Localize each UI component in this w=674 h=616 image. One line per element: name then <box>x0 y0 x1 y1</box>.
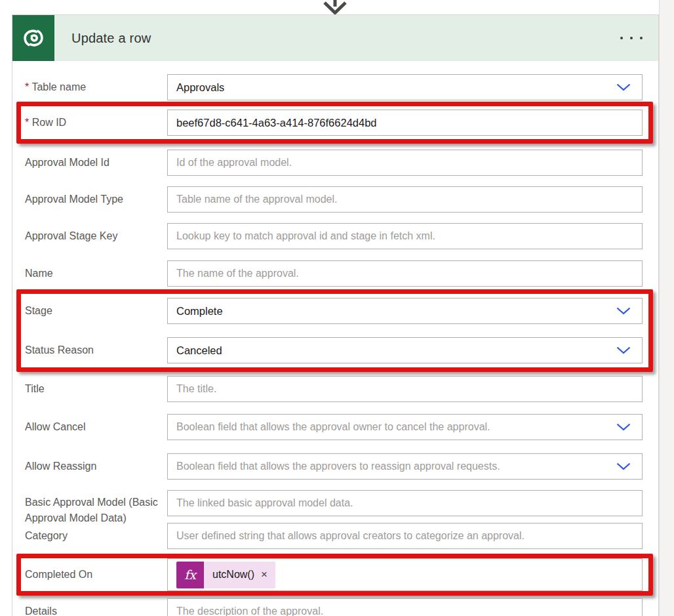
field-value: beef67d8-c641-4a63-a414-876f6624d4bd <box>176 117 377 129</box>
field-input-allow-reassign[interactable]: Boolean field that allows the approvers … <box>167 453 643 480</box>
field-input-category[interactable]: User defined string that allows approval… <box>167 523 643 549</box>
field-label-title: Title <box>25 381 167 397</box>
required-marker: * <box>25 117 32 128</box>
chevron-down-icon[interactable] <box>616 462 631 470</box>
field-label-status-reason: Status Reason <box>25 342 167 358</box>
field-row-details: DetailsThe description of the approval. <box>12 598 658 616</box>
annotation-highlight-box3: Completed OnfxutcNow()× <box>16 554 653 596</box>
field-input-details[interactable]: The description of the approval. <box>167 598 643 616</box>
field-input-title[interactable]: The title. <box>167 376 643 402</box>
field-row-approval-model-id: Approval Model IdId of the approval mode… <box>12 150 658 176</box>
expression-text: utcNow() <box>212 569 254 581</box>
field-input-basic-approval-model-basic-approval-model-data[interactable]: The linked basic approval model data. <box>167 490 643 516</box>
field-placeholder: The linked basic approval model data. <box>176 497 353 509</box>
field-placeholder: Boolean field that allows the approvers … <box>176 461 500 472</box>
chevron-down-icon[interactable] <box>616 83 631 91</box>
field-label-approval-model-id: Approval Model Id <box>25 155 167 171</box>
field-input-approval-model-type[interactable]: Table name of the approval model. <box>167 186 643 213</box>
field-label-stage: Stage <box>25 303 167 319</box>
field-label-completed-on: Completed On <box>25 567 167 583</box>
field-input-stage[interactable]: Complete <box>167 298 643 324</box>
field-placeholder: Id of the approval model. <box>176 157 292 169</box>
action-card-header[interactable]: Update a row <box>12 15 658 61</box>
field-label-details: Details <box>25 604 167 616</box>
field-row-stage: StageComplete <box>21 298 648 324</box>
field-placeholder: The title. <box>176 383 216 395</box>
action-form: * Table nameApprovals* Row IDbeef67d8-c6… <box>12 61 658 616</box>
field-input-table-name[interactable]: Approvals <box>167 74 643 100</box>
field-row-name: NameThe name of the approval. <box>12 260 658 287</box>
fx-icon: fx <box>176 562 204 588</box>
field-input-status-reason[interactable]: Canceled <box>167 337 643 363</box>
field-value: Approvals <box>176 81 224 94</box>
field-input-completed-on[interactable]: fxutcNow()× <box>167 558 643 591</box>
field-row-row-id: * Row IDbeef67d8-c641-4a63-a414-876f6624… <box>21 110 648 136</box>
field-value: Canceled <box>176 344 222 357</box>
field-label-table-name: * Table name <box>25 79 167 95</box>
more-options-icon[interactable] <box>619 33 644 43</box>
field-input-approval-stage-key[interactable]: Lookup key to match approval id and stag… <box>167 223 643 249</box>
field-placeholder: User defined string that allows approval… <box>176 530 525 542</box>
field-value: Complete <box>176 305 223 318</box>
field-label-allow-cancel: Allow Cancel <box>25 419 167 435</box>
field-placeholder: Lookup key to match approval id and stag… <box>176 230 435 242</box>
field-placeholder: Boolean field that allows the approval o… <box>176 421 490 433</box>
chevron-down-icon[interactable] <box>616 307 631 315</box>
dataverse-icon <box>12 15 54 61</box>
field-row-title: TitleThe title. <box>12 376 658 402</box>
field-label-allow-reassign: Allow Reassign <box>25 459 167 474</box>
field-row-allow-cancel: Allow CancelBoolean field that allows th… <box>12 414 658 440</box>
remove-token-icon[interactable]: × <box>261 568 268 581</box>
field-row-approval-model-type: Approval Model TypeTable name of the app… <box>12 186 658 213</box>
field-row-allow-reassign: Allow ReassignBoolean field that allows … <box>12 453 658 480</box>
field-label-name: Name <box>25 266 167 281</box>
action-title: Update a row <box>71 31 151 46</box>
field-input-allow-cancel[interactable]: Boolean field that allows the approval o… <box>167 414 643 440</box>
field-input-approval-model-id[interactable]: Id of the approval model. <box>167 150 643 176</box>
canvas-right-gutter <box>659 0 674 616</box>
field-placeholder: Table name of the approval model. <box>176 194 337 205</box>
annotation-highlight-box1: * Row IDbeef67d8-c641-4a63-a414-876f6624… <box>16 102 653 144</box>
field-label-row-id: * Row ID <box>25 115 167 131</box>
update-a-row-action-card: Update a row * Table nameApprovals* Row … <box>12 14 659 616</box>
field-label-approval-model-type: Approval Model Type <box>25 192 167 207</box>
required-marker: * <box>25 81 31 92</box>
field-input-name[interactable]: The name of the approval. <box>167 260 643 287</box>
field-label-basic-approval-model-basic-approval-model-data: Basic Approval Model (Basic Approval Mod… <box>25 490 167 542</box>
field-placeholder: The description of the approval. <box>176 606 323 616</box>
chevron-down-icon[interactable] <box>616 423 631 431</box>
field-placeholder: The name of the approval. <box>176 268 299 279</box>
field-row-status-reason: Status ReasonCanceled <box>21 337 648 363</box>
annotation-highlight-box2: StageCompleteStatus ReasonCanceled <box>16 289 653 372</box>
field-label-approval-stage-key: Approval Stage Key <box>25 228 167 244</box>
field-row-basic-approval-model-basic-approval-model-data: Basic Approval Model (Basic Approval Mod… <box>12 490 658 516</box>
expression-token[interactable]: fxutcNow()× <box>176 562 275 588</box>
field-row-approval-stage-key: Approval Stage KeyLookup key to match ap… <box>12 223 658 249</box>
arrow-down-icon <box>323 0 347 15</box>
field-input-row-id[interactable]: beef67d8-c641-4a63-a414-876f6624d4bd <box>167 110 643 136</box>
field-row-table-name: * Table nameApprovals <box>12 74 658 100</box>
chevron-down-icon[interactable] <box>616 346 631 354</box>
field-row-completed-on: Completed OnfxutcNow()× <box>21 562 648 588</box>
